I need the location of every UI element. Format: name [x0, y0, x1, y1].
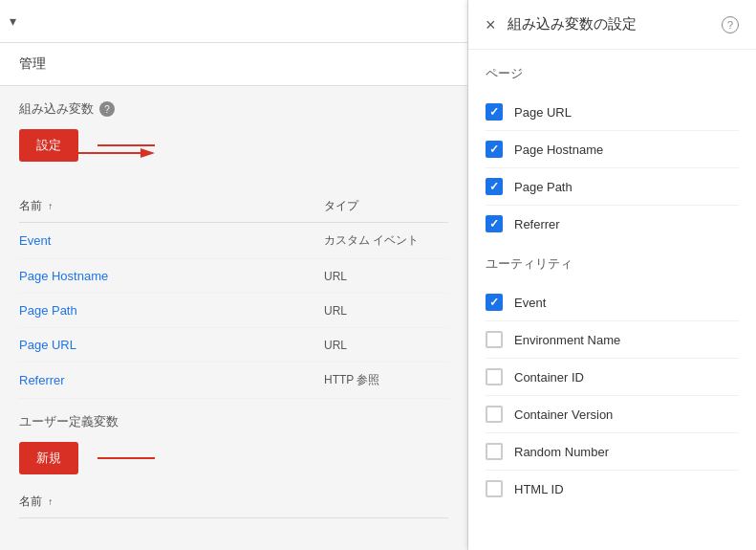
panel-header: × 組み込み変数の設定 ?	[468, 0, 756, 50]
panel-title: 組み込み変数の設定	[508, 15, 710, 33]
table-row: Page Hostname URL	[19, 259, 448, 294]
checkbox-label: Random Number	[514, 445, 609, 459]
close-button[interactable]: ×	[486, 16, 496, 33]
row-name-link[interactable]: Page Hostname	[19, 269, 108, 283]
utility-checkbox-row: Event	[486, 284, 739, 321]
checkbox[interactable]	[486, 103, 503, 121]
table-header: 名前 ↑ タイプ	[19, 190, 448, 223]
checkbox[interactable]	[486, 294, 503, 311]
checkbox-label: Event	[514, 296, 546, 310]
row-type: URL	[324, 339, 448, 352]
sort-icon: ↑	[48, 201, 53, 211]
utility-checkbox-row: Container Version	[486, 396, 739, 433]
utility-section-label: ユーティリティ	[486, 255, 739, 273]
content-area: 組み込み変数 ? 設定 名前 ↑ タイプ Event カスタム イベント Pa	[0, 86, 467, 550]
row-name-link[interactable]: Event	[19, 233, 51, 248]
utility-checkbox-row: Random Number	[486, 433, 739, 471]
user-table-header: 名前 ↑	[19, 486, 448, 518]
utility-checkbox-row: Container ID	[486, 359, 739, 396]
checkbox[interactable]	[486, 406, 503, 423]
top-bar: ▾	[0, 0, 467, 43]
new-button[interactable]: 新規	[19, 442, 78, 474]
table-row: Page URL URL	[19, 328, 448, 363]
table-row: Referrer HTTP 参照	[19, 363, 448, 399]
checkbox[interactable]	[486, 178, 503, 195]
user-col-name-header[interactable]: 名前 ↑	[19, 494, 448, 510]
row-name-link[interactable]: Page Path	[19, 303, 77, 318]
utility-checkbox-row: Environment Name	[486, 321, 739, 359]
admin-label: 管理	[19, 55, 46, 73]
table-row: Page Path URL	[19, 294, 448, 328]
checkbox-label: Container Version	[514, 407, 613, 422]
checkbox-label: HTML ID	[514, 482, 564, 496]
checkbox-label: Page Path	[514, 180, 572, 194]
row-type: URL	[324, 270, 448, 283]
checkbox-label: Page URL	[514, 105, 572, 120]
row-name: Page URL	[19, 338, 324, 352]
checkbox-label: Container ID	[514, 370, 584, 385]
row-name: Page Hostname	[19, 269, 324, 283]
builtin-vars-help-icon[interactable]: ?	[99, 101, 115, 117]
page-section-label: ページ	[486, 65, 739, 82]
page-checkbox-row: Page URL	[486, 94, 739, 131]
left-panel: ▾ 管理 組み込み変数 ? 設定 名前 ↑ タイプ Event	[0, 0, 468, 550]
panel-content: ページ Page URL Page Hostname Page Path Ref…	[468, 50, 756, 522]
settings-button-container: 設定	[19, 129, 78, 176]
row-type: カスタム イベント	[324, 232, 448, 249]
panel-help-icon[interactable]: ?	[722, 16, 739, 33]
row-name-link[interactable]: Page URL	[19, 338, 76, 352]
page-checkbox-row: Page Hostname	[486, 131, 739, 168]
row-name-link[interactable]: Referrer	[19, 373, 65, 387]
table-row: Event カスタム イベント	[19, 223, 448, 259]
checkbox[interactable]	[486, 215, 503, 232]
arrow-icon	[78, 143, 155, 163]
settings-button[interactable]: 設定	[19, 129, 78, 162]
checkbox[interactable]	[486, 443, 503, 460]
builtin-vars-section-title: 組み込み変数 ?	[19, 100, 448, 118]
right-panel: × 組み込み変数の設定 ? ページ Page URL Page Hostname…	[468, 0, 756, 550]
checkbox[interactable]	[486, 331, 503, 348]
checkbox[interactable]	[486, 141, 503, 158]
checkbox-label: Referrer	[514, 217, 560, 231]
col-name-header[interactable]: 名前 ↑	[19, 198, 324, 214]
checkbox[interactable]	[486, 368, 503, 385]
user-sort-icon: ↑	[48, 496, 53, 507]
utility-items: Event Environment Name Container ID Cont…	[486, 284, 739, 507]
page-items: Page URL Page Hostname Page Path Referre…	[486, 94, 739, 242]
utility-checkbox-row: HTML ID	[486, 471, 739, 507]
table-rows: Event カスタム イベント Page Hostname URL Page P…	[19, 223, 448, 399]
col-type-header: タイプ	[324, 198, 448, 214]
dropdown-arrow-icon[interactable]: ▾	[10, 13, 16, 29]
admin-bar: 管理	[0, 43, 467, 86]
svg-marker-1	[140, 148, 155, 158]
builtin-vars-label: 組み込み変数	[19, 100, 94, 118]
user-vars-section-title: ユーザー定義変数	[19, 413, 448, 430]
row-name: Referrer	[19, 373, 324, 387]
checkbox-label: Page Hostname	[514, 143, 603, 157]
row-type: HTTP 参照	[324, 372, 448, 388]
page-checkbox-row: Referrer	[486, 206, 739, 242]
checkbox[interactable]	[486, 480, 503, 497]
row-name: Page Path	[19, 303, 324, 318]
checkbox-label: Environment Name	[514, 333, 620, 347]
page-checkbox-row: Page Path	[486, 168, 739, 206]
row-name: Event	[19, 233, 324, 248]
row-type: URL	[324, 304, 448, 318]
